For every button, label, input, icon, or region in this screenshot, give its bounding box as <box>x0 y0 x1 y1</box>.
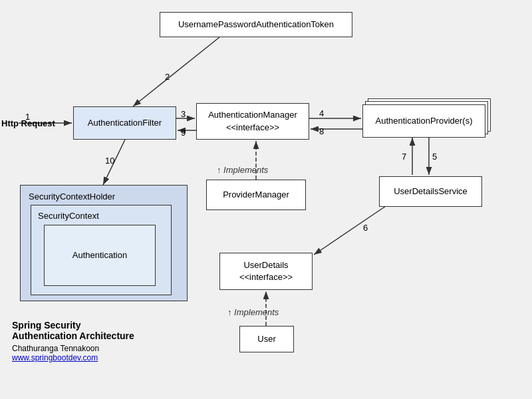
num4-label: 4 <box>319 108 324 118</box>
user-details-service-box: UserDetailsService <box>379 176 482 207</box>
auth-filter-label: AuthenticationFilter <box>88 117 162 129</box>
implements2-label: ↑ Implements <box>227 307 279 317</box>
num10-label: 10 <box>105 156 114 166</box>
authentication-box: Authentication <box>44 225 156 286</box>
user-details-label1: UserDetails <box>243 259 288 271</box>
title-block: Spring Security Authentication Architect… <box>12 320 134 362</box>
svg-line-12 <box>314 206 386 255</box>
num7-label: 7 <box>402 152 406 162</box>
num6-label: 6 <box>363 223 368 233</box>
num8-label: 8 <box>319 126 324 136</box>
auth-manager-label1: AuthenticationManager <box>208 109 297 121</box>
user-details-label2: <<interface>> <box>239 271 293 283</box>
auth-manager-box: AuthenticationManager <<interface>> <box>196 103 309 140</box>
user-details-box: UserDetails <<interface>> <box>219 253 313 290</box>
num9-label: 9 <box>181 128 186 138</box>
user-box: User <box>239 326 294 352</box>
title-line1: Spring Security <box>12 320 134 331</box>
sec-context-holder-label: SecurityContextHolder <box>29 191 115 203</box>
svg-line-8 <box>103 140 125 185</box>
provider-manager-label: ProviderManager <box>223 189 289 201</box>
username-token-box: UsernamePasswordAuthenticationToken <box>160 12 352 37</box>
http-request-label: Http Request <box>1 118 55 128</box>
user-label: User <box>257 333 275 345</box>
website-label[interactable]: www.springbootdev.com <box>12 353 134 362</box>
provider-manager-box: ProviderManager <box>206 180 306 210</box>
implements1-label: ↑ Implements <box>217 165 268 175</box>
svg-line-3 <box>133 37 219 106</box>
auth-manager-label2: <<interface>> <box>226 122 279 134</box>
username-token-label: UsernamePasswordAuthenticationToken <box>178 19 334 31</box>
auth-provider-box: AuthenticationProvider(s) <box>362 104 485 138</box>
user-details-service-label: UserDetailsService <box>394 186 467 198</box>
num5-label: 5 <box>432 152 437 162</box>
sec-context-label: SecurityContext <box>38 210 99 222</box>
num3-label: 3 <box>181 109 186 119</box>
author-label: Chathuranga Tennakoon <box>12 344 134 353</box>
auth-provider-label: AuthenticationProvider(s) <box>376 115 473 127</box>
diagram: UsernamePasswordAuthenticationToken Auth… <box>0 0 532 399</box>
num1-label: 1 <box>25 112 30 122</box>
num2-label: 2 <box>165 72 170 82</box>
title-line2: Authentication Architecture <box>12 331 134 341</box>
auth-filter-box: AuthenticationFilter <box>73 106 176 140</box>
authentication-label: Authentication <box>72 249 127 261</box>
